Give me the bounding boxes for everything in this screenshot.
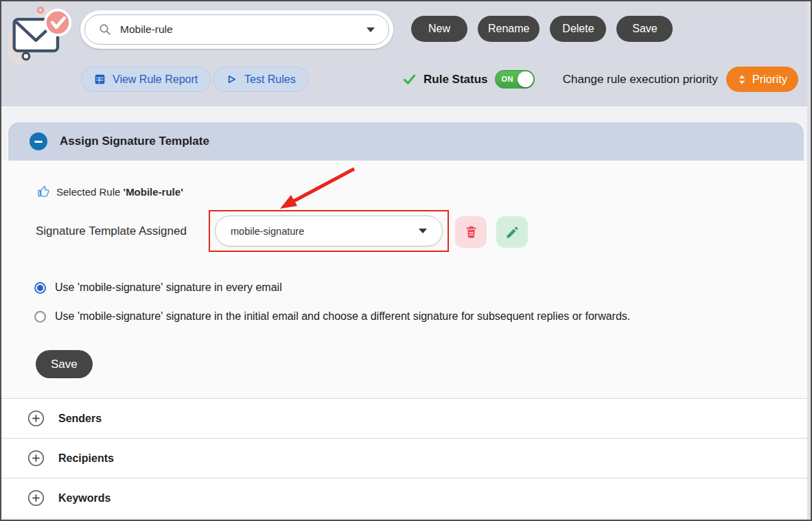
accordion-assign-signature-template[interactable]: Assign Signature Template (8, 121, 804, 161)
chevron-down-icon[interactable] (419, 229, 427, 233)
report-icon (94, 73, 106, 85)
view-rule-report-button[interactable]: View Rule Report (81, 67, 211, 92)
panel-save-button[interactable]: Save (36, 350, 93, 378)
rule-search-inner[interactable]: Mobile-rule (84, 14, 389, 45)
trash-icon (464, 224, 478, 240)
signature-rule-manager-window: { "header": { "rule_search": { "value": … (0, 0, 812, 521)
panel-title: Assign Signature Template (60, 135, 209, 148)
accordion-label: Senders (58, 413, 102, 425)
radio-option-label: Use 'mobile-signature' signature in ever… (55, 281, 282, 294)
toggle-on-label: ON (502, 75, 514, 83)
new-button[interactable]: New (411, 16, 467, 42)
view-rule-report-label: View Rule Report (113, 73, 198, 86)
thumb-up-icon (37, 185, 50, 198)
selected-rule-line: Selected Rule 'Mobile-rule' (37, 185, 183, 198)
rule-status-toggle[interactable]: ON (495, 70, 535, 89)
delete-template-button[interactable] (455, 216, 487, 248)
pencil-icon (505, 225, 520, 240)
rule-search-value[interactable]: Mobile-rule (120, 23, 173, 36)
assign-signature-panel-body: Selected Rule 'Mobile-rule' Signature Te… (1, 161, 811, 398)
radio-option-initial-email[interactable]: Use 'mobile-signature' signature in the … (34, 310, 630, 323)
expand-plus-icon[interactable] (27, 489, 45, 507)
rule-search-dropdown[interactable]: Mobile-rule (80, 10, 393, 49)
test-rules-button[interactable]: Test Rules (213, 67, 309, 92)
delete-button[interactable]: Delete (550, 16, 606, 42)
search-icon (99, 23, 111, 36)
radio-option-label: Use 'mobile-signature' signature in the … (55, 310, 630, 323)
signature-template-dropdown[interactable]: mobile-signature (215, 216, 443, 246)
top-toolbar: Mobile-rule New Rename Delete Save View … (1, 1, 811, 106)
edit-template-button[interactable] (496, 216, 528, 248)
run-test-icon (226, 73, 237, 85)
save-rule-button[interactable]: Save (616, 16, 673, 42)
accordion-recipients[interactable]: Recipients (1, 438, 811, 478)
selected-rule-text: Selected Rule 'Mobile-rule' (56, 186, 183, 198)
radio-selected-icon[interactable] (34, 282, 46, 294)
accordion-label: Recipients (58, 452, 114, 465)
rule-action-buttons: New Rename Delete Save (411, 16, 673, 42)
priority-caption: Change rule execution priority (563, 73, 718, 86)
priority-button-label: Priority (752, 73, 787, 86)
accordion-label: Keywords (58, 492, 111, 505)
panel-header-wrap: Assign Signature Template (1, 106, 811, 161)
scrollbar[interactable] (807, 1, 811, 520)
sort-arrows-icon (737, 74, 747, 85)
selected-rule-name: 'Mobile-rule' (124, 186, 183, 198)
chevron-down-icon[interactable] (367, 27, 375, 32)
priority-button[interactable]: Priority (726, 67, 798, 92)
toggle-knob[interactable] (518, 71, 533, 87)
rule-status-label: Rule Status (424, 73, 488, 86)
collapse-minus-icon[interactable] (30, 132, 47, 150)
rule-status-group: Rule Status ON (402, 67, 535, 92)
accordion-keywords[interactable]: Keywords (1, 478, 811, 518)
test-rules-label: Test Rules (244, 73, 296, 86)
radio-unselected-icon[interactable] (34, 311, 46, 323)
check-icon (402, 72, 417, 86)
signature-template-value[interactable]: mobile-signature (231, 226, 304, 237)
expand-plus-icon[interactable] (27, 410, 45, 427)
selected-rule-prefix: Selected Rule (56, 186, 124, 198)
expand-plus-icon[interactable] (27, 450, 45, 467)
accordion-senders[interactable]: Senders (1, 398, 811, 438)
red-highlight-box: mobile-signature (209, 210, 449, 252)
priority-group: Change rule execution priority Priority (563, 67, 798, 92)
rename-button[interactable]: Rename (478, 16, 540, 42)
red-annotation-arrow (275, 165, 364, 214)
signature-template-label: Signature Template Assigned (36, 221, 187, 242)
app-logo-mail-check-icon (8, 4, 74, 71)
radio-option-every-email[interactable]: Use 'mobile-signature' signature in ever… (34, 281, 282, 294)
